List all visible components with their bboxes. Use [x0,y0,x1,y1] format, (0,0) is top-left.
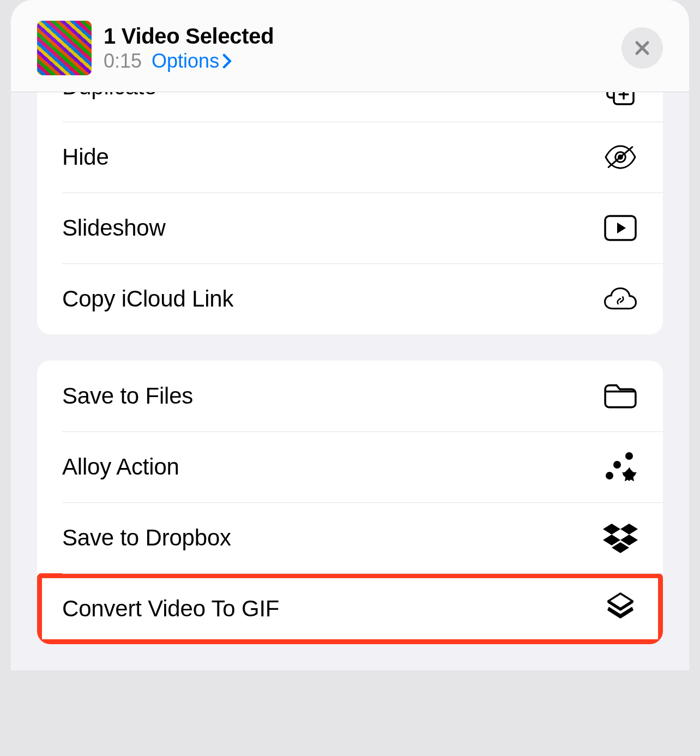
close-button[interactable] [621,27,663,69]
subtitle-row: 0:15 Options [104,50,610,73]
action-label: Save to Files [62,383,193,409]
action-duplicate[interactable]: Duplicate [37,92,663,122]
cloud-link-icon [603,281,638,316]
action-group-1: Duplicate Hide [37,92,663,334]
action-group-2: Save to Files Alloy Action [37,361,663,644]
action-label: Copy iCloud Link [62,286,233,312]
svg-point-11 [606,472,613,479]
chevron-right-icon [222,53,232,69]
dropbox-icon [603,520,638,555]
action-label: Duplicate [62,92,156,100]
action-save-to-files[interactable]: Save to Files [37,361,663,431]
video-thumbnail[interactable] [37,21,92,75]
shortcuts-icon [603,591,638,626]
close-icon [634,40,650,56]
folder-icon [603,379,638,413]
action-alloy[interactable]: Alloy Action [37,431,663,502]
alloy-icon [603,449,638,484]
action-save-to-dropbox[interactable]: Save to Dropbox [37,502,663,573]
play-rect-icon [603,211,638,245]
svg-point-10 [613,461,621,469]
video-duration: 0:15 [104,50,142,73]
selection-title: 1 Video Selected [104,24,610,49]
action-label: Slideshow [62,215,166,241]
svg-point-9 [625,452,633,460]
duplicate-icon [603,92,638,109]
svg-line-6 [608,147,632,167]
options-link[interactable]: Options [152,50,232,73]
actions-scroll[interactable]: Duplicate Hide [11,92,689,644]
action-label: Convert Video To GIF [62,596,279,622]
action-hide[interactable]: Hide [37,122,663,193]
share-header: 1 Video Selected 0:15 Options [11,0,689,92]
action-convert-video-to-gif[interactable]: Convert Video To GIF [37,573,663,644]
action-slideshow[interactable]: Slideshow [37,193,663,263]
header-text: 1 Video Selected 0:15 Options [104,24,610,73]
action-label: Save to Dropbox [62,525,231,551]
action-copy-icloud-link[interactable]: Copy iCloud Link [37,263,663,334]
share-sheet: 1 Video Selected 0:15 Options Duplicate [11,0,689,670]
action-label: Hide [62,144,109,170]
eye-slash-icon [603,140,638,175]
action-label: Alloy Action [62,454,179,480]
options-label: Options [152,50,219,73]
